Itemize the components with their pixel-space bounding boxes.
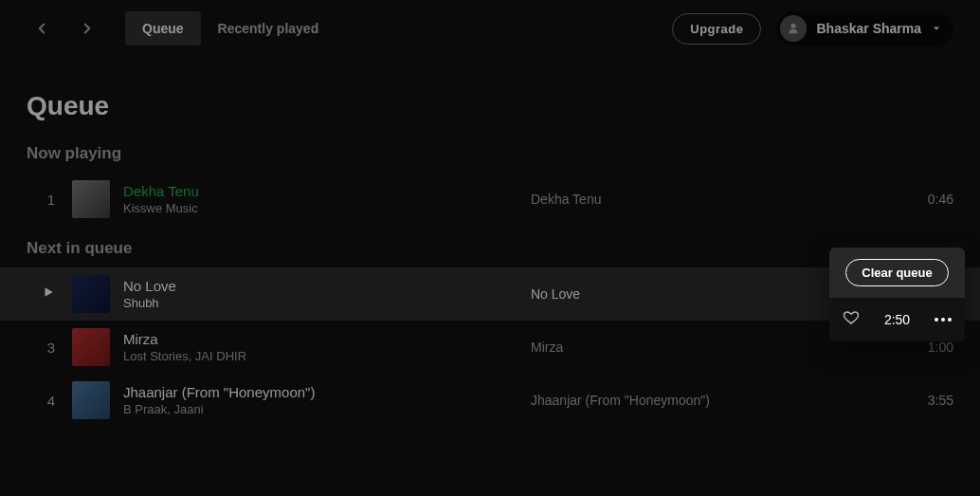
avatar [780, 15, 807, 42]
album-art [72, 275, 110, 313]
album-art [72, 381, 110, 419]
album-name: Jhaanjar (From "Honeymoon") [531, 393, 897, 408]
tab-recently-played[interactable]: Recently played [201, 11, 336, 46]
track-index: 4 [27, 393, 55, 409]
more-options-button[interactable] [935, 318, 952, 321]
play-icon [42, 285, 55, 299]
track-titles: Dekha Tenu Kisswe Music [123, 183, 531, 215]
menu-track-row: 2:50 [829, 298, 965, 341]
chevron-left-icon [33, 20, 50, 37]
track-index: 3 [27, 340, 55, 356]
track-titles: Mirza Lost Stories, JAI DHIR [123, 331, 531, 363]
user-icon [786, 21, 801, 36]
track-duration: 3:55 [897, 393, 953, 408]
album-name: Dekha Tenu [531, 192, 897, 207]
nav-arrows [27, 13, 102, 44]
track-artist: Shubh [123, 296, 531, 310]
track-title: Dekha Tenu [123, 183, 531, 199]
menu-duration: 2:50 [884, 312, 910, 327]
user-menu[interactable]: Bhaskar Sharma [776, 11, 953, 46]
upgrade-button[interactable]: Upgrade [672, 13, 761, 45]
caret-down-icon [931, 23, 942, 34]
track-index: 1 [27, 192, 55, 208]
track-row[interactable]: 4 Jhaanjar (From "Honeymoon") B Praak, J… [0, 374, 980, 427]
tab-queue[interactable]: Queue [125, 11, 201, 46]
track-duration: 1:00 [897, 340, 953, 355]
section-now-playing: Now playing [27, 144, 953, 163]
section-next-in-queue: Next in queue [27, 239, 953, 258]
dots-icon [935, 318, 938, 321]
content: Queue Now playing 1 Dekha Tenu Kisswe Mu… [0, 57, 980, 434]
track-titles: Jhaanjar (From "Honeymoon") B Praak, Jaa… [123, 384, 531, 416]
user-name: Bhaskar Sharma [816, 21, 921, 36]
back-button[interactable] [27, 13, 57, 44]
play-button[interactable] [27, 285, 55, 303]
track-duration: 0:46 [897, 192, 953, 207]
track-artist: Kisswe Music [123, 201, 531, 215]
page-title: Queue [27, 91, 953, 121]
clear-queue-button[interactable]: Clear queue [845, 259, 948, 286]
track-title: Jhaanjar (From "Honeymoon") [123, 384, 531, 400]
heart-icon [843, 309, 860, 326]
album-name: Mirza [531, 340, 897, 355]
album-art [72, 328, 110, 366]
chevron-right-icon [79, 20, 96, 37]
track-artist: B Praak, Jaani [123, 402, 531, 416]
track-title: No Love [123, 278, 531, 294]
context-menu: Clear queue 2:50 [829, 248, 965, 341]
like-button[interactable] [843, 309, 860, 330]
forward-button[interactable] [72, 13, 102, 44]
album-art [72, 180, 110, 218]
track-titles: No Love Shubh [123, 278, 531, 310]
top-bar: Queue Recently played Upgrade Bhaskar Sh… [0, 0, 980, 57]
track-artist: Lost Stories, JAI DHIR [123, 349, 531, 363]
menu-header: Clear queue [829, 248, 965, 298]
track-row-now-playing[interactable]: 1 Dekha Tenu Kisswe Music Dekha Tenu 0:4… [0, 173, 980, 226]
view-tabs: Queue Recently played [125, 11, 336, 46]
track-title: Mirza [123, 331, 531, 347]
